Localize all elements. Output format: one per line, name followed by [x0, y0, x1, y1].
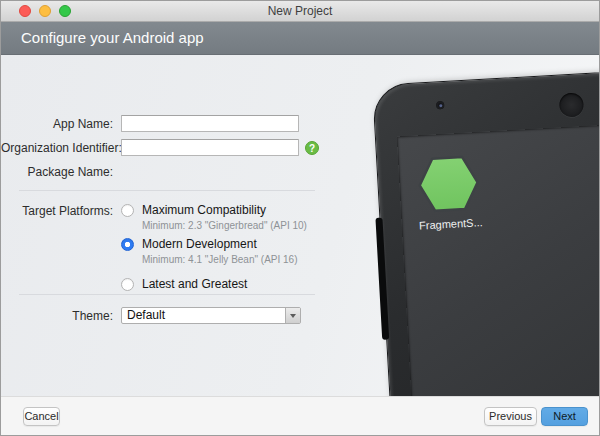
next-button[interactable]: Next — [541, 407, 588, 426]
radio-selected-icon[interactable] — [121, 238, 134, 251]
platform-option-max-compat[interactable]: Maximum Compatibility Minimum: 2.3 "Ging… — [121, 203, 307, 237]
package-name-label: Package Name: — [1, 165, 113, 179]
app-name-row: App Name: — [1, 114, 347, 133]
device-preview: FragmentS... — [372, 67, 600, 398]
target-platforms-group: Target Platforms: Maximum Compatibility … — [1, 201, 347, 291]
theme-label: Theme: — [1, 309, 113, 323]
app-name-preview: FragmentS... — [410, 216, 493, 233]
theme-selected-value: Default — [127, 308, 165, 322]
chevron-down-icon — [290, 314, 296, 318]
page-title: Configure your Android app — [21, 22, 204, 54]
target-platforms-label: Target Platforms: — [1, 201, 113, 291]
theme-dropdown[interactable]: Default — [121, 307, 301, 324]
cancel-button[interactable]: Cancel — [23, 407, 60, 426]
new-project-dialog: New Project Configure your Android app A… — [0, 0, 600, 436]
app-name-input[interactable] — [121, 115, 299, 132]
organization-identifier-input[interactable] — [121, 139, 299, 156]
radio-icon[interactable] — [121, 204, 134, 217]
divider — [19, 294, 315, 295]
app-hexagon-icon — [416, 154, 481, 213]
title-bar: New Project — [1, 1, 599, 22]
dialog-footer: Cancel Previous Next — [1, 396, 599, 435]
platform-option-latest[interactable]: Latest and Greatest — [121, 277, 307, 291]
volume-button — [375, 218, 389, 340]
front-camera-icon — [436, 101, 444, 109]
app-name-label: App Name: — [1, 117, 113, 131]
platform-option-modern-dev[interactable]: Modern Development Minimum: 4.1 "Jelly B… — [121, 237, 307, 271]
wizard-header: Configure your Android app — [1, 22, 599, 55]
divider — [19, 190, 315, 191]
earpiece-speaker-icon — [559, 92, 584, 117]
wizard-content: App Name: Organization Identifier: ? Pac… — [1, 55, 600, 398]
platform-option-description: Minimum: 4.1 "Jelly Bean" (API 16) — [142, 254, 307, 265]
dropdown-button[interactable] — [285, 308, 300, 323]
organization-identifier-label: Organization Identifier: — [1, 141, 113, 155]
device-screen: FragmentS... — [397, 119, 600, 398]
organization-identifier-row: Organization Identifier: ? — [1, 138, 347, 157]
radio-icon[interactable] — [121, 278, 134, 291]
theme-row: Theme: Default — [1, 306, 347, 325]
previous-button[interactable]: Previous — [484, 407, 537, 426]
platform-option-description: Minimum: 2.3 "Gingerbread" (API 10) — [142, 220, 307, 231]
help-icon[interactable]: ? — [305, 141, 319, 155]
package-name-row: Package Name: — [1, 164, 347, 180]
window-title: New Project — [1, 1, 599, 21]
